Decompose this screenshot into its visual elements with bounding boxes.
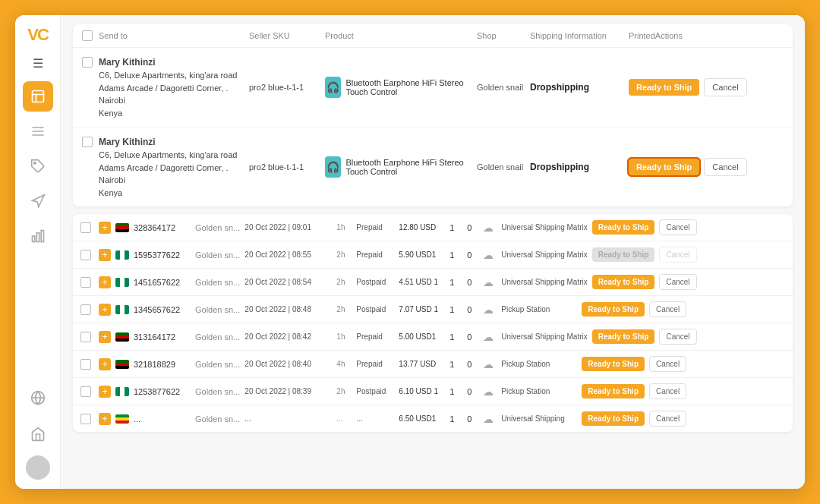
svg-rect-8 <box>36 233 39 242</box>
row2-actions: Ready to Ship Cancel <box>629 158 784 176</box>
order-row-1-amount: 5.90 USD1 <box>399 250 440 259</box>
col-sku-label: Seller SKU <box>249 31 290 40</box>
order-row-7-cancel-button[interactable]: Cancel <box>649 411 686 427</box>
order-row-1-checkbox[interactable] <box>80 250 91 260</box>
logo: VC <box>23 23 53 47</box>
hamburger-icon[interactable]: ☰ <box>33 56 43 71</box>
order-row-7-ready-button[interactable]: Ready to Ship <box>582 411 645 426</box>
order-row-3-payment: Postpaid <box>356 305 394 313</box>
order-table: + 328364172 Golden sn... 20 Oct 2022 | 0… <box>73 214 793 432</box>
col-product-label: Product <box>325 31 354 40</box>
order-row-1-payment: Prepaid <box>356 250 394 259</box>
order-row-6-zero: 0 <box>463 387 475 396</box>
order-row-1-shop: Golden sn... <box>195 250 240 260</box>
col-shop-label: Shop <box>477 31 497 40</box>
order-row-4: + 313164172 Golden sn... 20 Oct 2022 | 0… <box>73 323 793 351</box>
order-row-1-id: 1595377622 <box>134 250 191 260</box>
order-row-2-ready-button[interactable]: Ready to Ship <box>592 275 655 289</box>
order-row-6-hours: 2h <box>336 387 352 395</box>
row2-cancel-button[interactable]: Cancel <box>704 158 746 176</box>
order-row-5-cancel-button[interactable]: Cancel <box>649 356 686 372</box>
order-row-5-shop: Golden sn... <box>195 360 240 369</box>
order-row-0-cancel-button[interactable]: Cancel <box>659 219 696 235</box>
sidebar-item-list[interactable] <box>23 116 53 146</box>
order-row-4-expand[interactable]: + <box>99 331 111 343</box>
order-row-6-payment: Postpaid <box>356 387 394 395</box>
order-row-7-expand[interactable]: + <box>99 413 111 425</box>
row2-ready-to-ship-button[interactable]: Ready to Ship <box>629 159 699 175</box>
row2-name: Mary Kithinzi <box>99 135 237 149</box>
order-row-4-checkbox[interactable] <box>80 332 91 342</box>
order-row-7-hours: ... <box>336 414 352 423</box>
row1-ready-to-ship-button[interactable]: Ready to Ship <box>629 79 699 96</box>
order-row-1-cancel-button: Cancel <box>659 247 696 263</box>
order-row-6-expand[interactable]: + <box>99 386 111 398</box>
avatar[interactable] <box>26 455 50 480</box>
main-content: Send to Seller SKU Product Shop Shipping… <box>61 15 805 489</box>
order-row-0-hours: 1h <box>336 223 352 232</box>
order-row-4-qty: 1 <box>445 332 459 342</box>
order-row-6-flag <box>115 387 129 396</box>
order-row-2-hours: 2h <box>336 278 352 286</box>
order-row-3: + 1345657622 Golden sn... 20 Oct 2022 | … <box>73 296 793 323</box>
sidebar-item-promotions[interactable] <box>23 186 53 216</box>
sidebar-item-tags[interactable] <box>23 151 53 181</box>
order-row-4-payment: Prepaid <box>356 332 394 341</box>
row2-checkbox[interactable] <box>82 137 93 147</box>
sidebar-item-globe[interactable] <box>23 383 53 413</box>
order-row-1-zero: 0 <box>463 250 475 260</box>
order-row-3-ready-button[interactable]: Ready to Ship <box>582 302 645 317</box>
row1-cancel-button[interactable]: Cancel <box>704 78 746 96</box>
order-row-3-shipping: Pickup Station <box>501 304 577 314</box>
order-row-7-zero: 0 <box>463 414 475 424</box>
logo-text: VC <box>27 25 48 45</box>
sidebar-item-analytics[interactable] <box>23 221 53 251</box>
order-row-2-checkbox[interactable] <box>80 277 91 288</box>
order-row-4-cancel-button[interactable]: Cancel <box>659 329 696 345</box>
order-row-6-cloud-icon: ☁ <box>480 386 497 398</box>
order-row-6-ready-button[interactable]: Ready to Ship <box>582 384 645 398</box>
order-row-7-checkbox[interactable] <box>80 414 91 424</box>
order-row-7-qty: 1 <box>445 414 459 424</box>
order-row-5-checkbox[interactable] <box>80 359 91 370</box>
dropship-row-1: Mary Kithinzi C6, Deluxe Apartments, kin… <box>73 48 793 128</box>
order-row-6-checkbox[interactable] <box>80 386 91 397</box>
row1-checkbox[interactable] <box>82 57 93 68</box>
order-row-4-ready-button[interactable]: Ready to Ship <box>592 329 655 344</box>
order-row-0-qty: 1 <box>445 223 459 232</box>
row1-country: Kenya <box>99 107 237 120</box>
order-row-6-amount: 6.10 USD 1 <box>399 387 440 395</box>
order-row-0: + 328364172 Golden sn... 20 Oct 2022 | 0… <box>73 214 793 241</box>
order-row-2-expand[interactable]: + <box>99 276 111 288</box>
order-row-3-shop: Golden sn... <box>195 305 240 314</box>
select-all-checkbox[interactable] <box>82 30 93 41</box>
order-row-0-shop: Golden sn... <box>195 223 240 232</box>
order-row-6-date: 20 Oct 2022 | 08:39 <box>244 387 332 395</box>
order-row-0-ready-button[interactable]: Ready to Ship <box>592 220 655 235</box>
order-row-3-checkbox[interactable] <box>80 304 91 315</box>
order-row-0-checkbox[interactable] <box>80 222 91 233</box>
col-actions-label: PrintedActions <box>629 31 683 40</box>
order-row-3-date: 20 Oct 2022 | 08:48 <box>244 305 332 313</box>
order-row-1-qty: 1 <box>445 250 459 260</box>
order-row-5-expand[interactable]: + <box>99 358 111 370</box>
order-row-5-shipping: Pickup Station <box>501 359 577 369</box>
sidebar-item-store[interactable] <box>23 419 53 449</box>
sidebar-item-orders[interactable] <box>23 81 53 112</box>
order-row-3-amount: 7.07 USD 1 <box>399 305 440 313</box>
dropship-panel: Send to Seller SKU Product Shop Shipping… <box>73 24 793 206</box>
order-row-6-cancel-button[interactable]: Cancel <box>649 383 686 399</box>
row2-product-name: Bluetooth Earphone HiFi Stereo Touch Con… <box>345 158 477 176</box>
order-row-0-expand[interactable]: + <box>99 222 111 234</box>
order-row-3-cancel-button[interactable]: Cancel <box>649 301 686 317</box>
order-row-5-cloud-icon: ☁ <box>480 358 497 370</box>
order-row-5-ready-button[interactable]: Ready to Ship <box>582 357 645 371</box>
order-row-2: + 1451657622 Golden sn... 20 Oct 2022 | … <box>73 269 793 296</box>
order-row-2-date: 20 Oct 2022 | 08:54 <box>244 278 332 286</box>
order-row-1-expand[interactable]: + <box>99 249 111 261</box>
order-row-7-flag <box>115 414 129 424</box>
order-row-3-expand[interactable]: + <box>99 304 111 316</box>
row1-sku: pro2 blue-t-1-1 <box>249 83 304 92</box>
order-row-2-cancel-button[interactable]: Cancel <box>659 274 696 290</box>
order-row-4-shipping: Universal Shipping Matrix <box>501 332 587 342</box>
